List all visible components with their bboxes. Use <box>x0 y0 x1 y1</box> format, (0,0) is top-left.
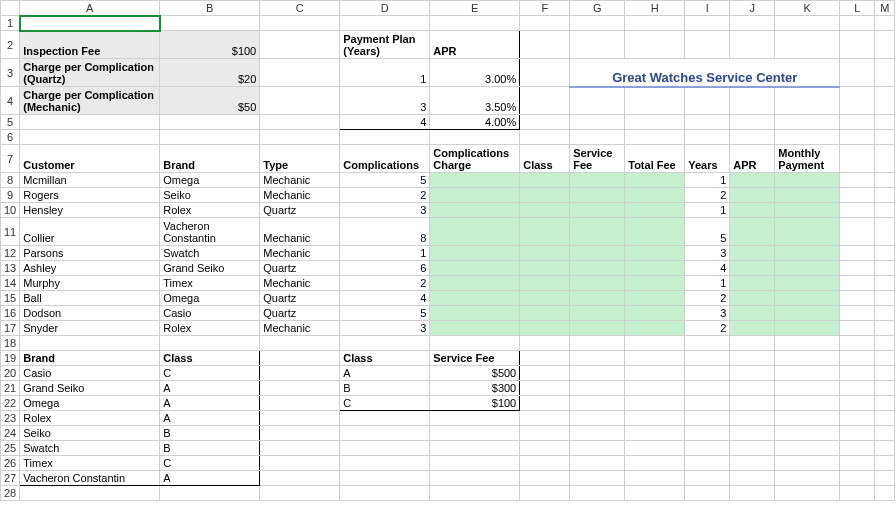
cell[interactable] <box>520 16 570 31</box>
col-header[interactable]: I <box>685 1 730 16</box>
cell[interactable] <box>340 336 430 351</box>
cell[interactable] <box>260 130 340 145</box>
cell[interactable] <box>875 381 895 396</box>
cell[interactable] <box>730 351 775 366</box>
cell[interactable] <box>520 130 570 145</box>
brand-class-hdr-class[interactable]: Class <box>160 351 260 366</box>
class-cell[interactable] <box>520 276 570 291</box>
cell[interactable] <box>875 366 895 381</box>
cell[interactable] <box>875 130 895 145</box>
row-header[interactable]: 7 <box>1 145 20 173</box>
class-cell[interactable] <box>520 173 570 188</box>
class-cell[interactable] <box>520 261 570 276</box>
cell[interactable] <box>840 441 875 456</box>
hdr-apr[interactable]: APR <box>730 145 775 173</box>
quartz-charge-label[interactable]: Charge per Complication (Quartz) <box>20 59 160 87</box>
cell[interactable] <box>625 456 685 471</box>
cell[interactable] <box>260 366 340 381</box>
row-header[interactable]: 8 <box>1 173 20 188</box>
cell[interactable] <box>875 291 895 306</box>
cell[interactable] <box>875 426 895 441</box>
cell[interactable] <box>775 486 840 501</box>
class-fee-fee[interactable]: $300 <box>430 381 520 396</box>
row-header[interactable]: 19 <box>1 351 20 366</box>
customer-brand[interactable]: Omega <box>160 291 260 306</box>
customer-years[interactable]: 3 <box>685 246 730 261</box>
monthly-cell[interactable] <box>775 306 840 321</box>
cell[interactable] <box>625 87 685 115</box>
cell[interactable] <box>685 87 730 115</box>
cell[interactable] <box>840 336 875 351</box>
cell[interactable] <box>570 426 625 441</box>
customer-brand[interactable]: Rolex <box>160 321 260 336</box>
customer-years[interactable]: 4 <box>685 261 730 276</box>
cell[interactable] <box>685 411 730 426</box>
cell[interactable] <box>875 411 895 426</box>
cell[interactable] <box>520 351 570 366</box>
cell[interactable] <box>260 381 340 396</box>
row-header[interactable]: 14 <box>1 276 20 291</box>
cell[interactable] <box>730 411 775 426</box>
cell[interactable] <box>775 351 840 366</box>
cell[interactable] <box>775 456 840 471</box>
cell[interactable] <box>625 441 685 456</box>
row-header[interactable]: 27 <box>1 471 20 486</box>
cell[interactable] <box>840 246 875 261</box>
cell[interactable] <box>625 396 685 411</box>
cell[interactable] <box>840 87 875 115</box>
customer-brand[interactable]: Omega <box>160 173 260 188</box>
cell[interactable] <box>875 456 895 471</box>
col-header[interactable]: C <box>260 1 340 16</box>
cell[interactable] <box>685 31 730 59</box>
comp-charge-cell[interactable] <box>430 291 520 306</box>
service-fee-cell[interactable] <box>570 173 625 188</box>
apr-cell[interactable] <box>730 306 775 321</box>
cell[interactable] <box>730 441 775 456</box>
cell[interactable] <box>840 59 875 87</box>
cell[interactable] <box>840 456 875 471</box>
class-fee-hdr-fee[interactable]: Service Fee <box>430 351 520 366</box>
cell[interactable] <box>340 486 430 501</box>
service-fee-cell[interactable] <box>570 276 625 291</box>
comp-charge-cell[interactable] <box>430 276 520 291</box>
spreadsheet[interactable]: A B C D E F G H I J K L M 1 2 Inspection… <box>0 0 896 521</box>
cell[interactable] <box>840 426 875 441</box>
cell[interactable] <box>260 411 340 426</box>
cell[interactable] <box>775 31 840 59</box>
cell[interactable] <box>730 381 775 396</box>
customer-comp[interactable]: 8 <box>340 218 430 246</box>
cell[interactable] <box>570 16 625 31</box>
hdr-class[interactable]: Class <box>520 145 570 173</box>
customer-name[interactable]: Ball <box>20 291 160 306</box>
cell[interactable] <box>430 336 520 351</box>
cell[interactable] <box>775 471 840 486</box>
monthly-cell[interactable] <box>775 291 840 306</box>
column-header-row[interactable]: A B C D E F G H I J K L M <box>1 1 895 16</box>
customer-brand[interactable]: Casio <box>160 306 260 321</box>
cell[interactable] <box>625 115 685 130</box>
service-fee-cell[interactable] <box>570 291 625 306</box>
customer-comp[interactable]: 5 <box>340 306 430 321</box>
total-fee-cell[interactable] <box>625 261 685 276</box>
plan-apr-header[interactable]: APR <box>430 31 520 59</box>
customer-years[interactable]: 1 <box>685 276 730 291</box>
class-fee-hdr-class[interactable]: Class <box>340 351 430 366</box>
customer-type[interactable]: Mechanic <box>260 173 340 188</box>
cell[interactable] <box>875 173 895 188</box>
cell[interactable] <box>730 426 775 441</box>
col-header[interactable]: H <box>625 1 685 16</box>
cell[interactable] <box>625 411 685 426</box>
cell[interactable] <box>430 16 520 31</box>
col-header[interactable]: L <box>840 1 875 16</box>
comp-charge-cell[interactable] <box>430 218 520 246</box>
cell[interactable] <box>260 336 340 351</box>
class-cell[interactable] <box>520 291 570 306</box>
cell[interactable] <box>430 441 520 456</box>
class-cell[interactable] <box>520 188 570 203</box>
class-cell[interactable] <box>520 321 570 336</box>
cell[interactable] <box>520 115 570 130</box>
cell[interactable] <box>775 381 840 396</box>
row-header[interactable]: 13 <box>1 261 20 276</box>
service-fee-cell[interactable] <box>570 203 625 218</box>
hdr-service-fee[interactable]: Service Fee <box>570 145 625 173</box>
